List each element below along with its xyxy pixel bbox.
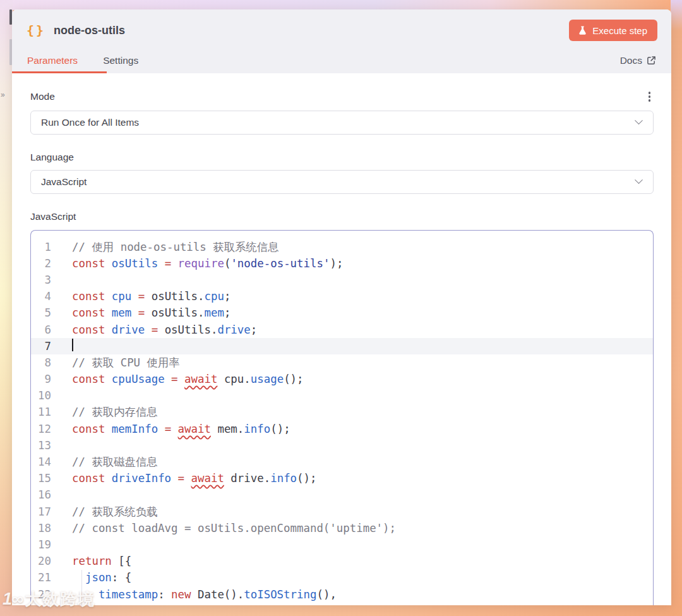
line-number: 4 (31, 290, 60, 303)
line-number: 6 (31, 323, 60, 336)
mode-value: Run Once for All Items (41, 117, 139, 128)
code-line-text: // 获取 CPU 使用率 (60, 355, 180, 370)
line-number: 19 (31, 538, 60, 551)
line-number: 3 (31, 274, 60, 286)
code-line-text (60, 339, 73, 353)
line-number: 18 (31, 522, 60, 534)
code-line-text: return [{ (60, 555, 131, 567)
code-editor-lines: 1// 使用 node-os-utils 获取系统信息2const osUtil… (31, 239, 653, 606)
line-number: 14 (31, 456, 60, 468)
code-line[interactable]: 10 (31, 387, 653, 404)
external-link-icon (647, 56, 656, 65)
line-number: 8 (31, 356, 60, 369)
language-value: JavaScript (41, 176, 87, 188)
code-line[interactable]: 14// 获取磁盘信息 (31, 454, 653, 470)
line-number: 12 (31, 423, 60, 435)
node-title: node-os-utils (54, 24, 125, 37)
code-editor[interactable]: 1// 使用 node-os-utils 获取系统信息2const osUtil… (30, 230, 654, 606)
code-line[interactable]: 3 (31, 272, 653, 288)
code-line[interactable]: 4const cpu = osUtils.cpu; (31, 288, 653, 305)
background-gradient-top (0, 0, 682, 10)
code-line[interactable]: 19 (31, 536, 653, 553)
docs-label: Docs (620, 55, 642, 66)
code-line-text: // 获取内存信息 (60, 404, 158, 420)
line-number: 20 (31, 555, 60, 567)
code-line-text: // 使用 node-os-utils 获取系统信息 (60, 239, 279, 255)
chevron-down-icon (635, 176, 643, 184)
line-number: 22 (31, 588, 60, 601)
line-number: 2 (31, 257, 60, 270)
code-field-label: JavaScript (30, 211, 76, 222)
tab-settings[interactable]: Settings (103, 55, 138, 66)
code-line[interactable]: 16 (31, 486, 653, 503)
line-number: 1 (31, 241, 60, 253)
line-number: 10 (31, 389, 60, 402)
language-select[interactable]: JavaScript (30, 170, 654, 194)
execute-step-button[interactable]: Execute step (569, 20, 657, 41)
code-line[interactable]: 22 timestamp: new Date().toISOString(), (31, 586, 653, 602)
code-line[interactable]: 13 (31, 437, 653, 454)
code-line[interactable]: 2const osUtils = require('node-os-utils'… (31, 255, 653, 272)
title-row: {} node-os-utils Execute step (12, 9, 671, 41)
flask-icon (578, 25, 587, 35)
line-number: 16 (31, 488, 60, 501)
line-number: 15 (31, 472, 60, 485)
code-line[interactable]: 11// 获取内存信息 (31, 404, 653, 420)
language-label: Language (30, 152, 74, 163)
code-line[interactable]: 20return [{ (31, 553, 653, 569)
background-gradient-right (671, 0, 682, 616)
line-number: 5 (31, 306, 60, 319)
mode-label: Mode (30, 91, 55, 102)
collapse-panel-chevron-icon[interactable]: » (1, 90, 5, 99)
docs-link[interactable]: Docs (620, 55, 656, 66)
code-line-text: timestamp: new Date().toISOString(), (60, 588, 337, 601)
code-line-text: const cpuUsage = await cpu.usage(); (60, 373, 304, 385)
line-number: 9 (31, 373, 60, 385)
code-line-text: // const loadAvg = osUtils.openCommand('… (60, 522, 396, 534)
code-line-text: const drive = osUtils.drive; (60, 323, 257, 336)
line-number: 23 (31, 605, 60, 605)
code-line[interactable]: 12const memInfo = await mem.info(); (31, 421, 653, 437)
code-line-text: // 获取系统负载 (60, 504, 158, 519)
execute-step-label: Execute step (592, 25, 647, 36)
code-line[interactable]: 15const driveInfo = await drive.info(); (31, 470, 653, 486)
code-line-text: const osUtils = require('node-os-utils')… (60, 257, 343, 270)
code-line[interactable]: 1// 使用 node-os-utils 获取系统信息 (31, 239, 653, 255)
code-line-text: const driveInfo = await drive.info(); (60, 472, 317, 485)
line-number: 21 (31, 571, 60, 584)
code-line[interactable]: 17// 获取系统负载 (31, 504, 653, 520)
code-line[interactable]: 6const drive = osUtils.drive; (31, 321, 653, 337)
text-cursor (72, 339, 73, 351)
line-number: 7 (31, 340, 60, 353)
tab-parameters[interactable]: Parameters (27, 55, 78, 66)
code-line[interactable]: 9const cpuUsage = await cpu.usage(); (31, 371, 653, 387)
code-node-icon: {} (27, 23, 45, 38)
background-gradient-bottom (0, 605, 682, 616)
code-line[interactable]: 21 json: { (31, 569, 653, 586)
parameters-panel: Mode Run Once for All Items Language Jav… (12, 73, 671, 605)
code-line-text: cpu: { (60, 605, 138, 605)
line-number: 17 (31, 505, 60, 518)
chevron-down-icon (635, 116, 643, 124)
code-line[interactable]: 23 cpu: { (31, 603, 653, 605)
line-number: 13 (31, 439, 60, 452)
code-line-text: const memInfo = await mem.info(); (60, 423, 290, 435)
code-line-text: json: { (60, 571, 131, 584)
active-tab-indicator (12, 71, 107, 73)
tab-bar: Parameters Settings Docs (12, 41, 671, 73)
panel-header: {} node-os-utils Execute step Parameters… (12, 9, 671, 73)
code-line[interactable]: 5const mem = osUtils.mem; (31, 305, 653, 321)
code-line-text: // 获取磁盘信息 (60, 454, 158, 469)
code-line[interactable]: 18// const loadAvg = osUtils.openCommand… (31, 520, 653, 536)
code-line-text: const mem = osUtils.mem; (60, 306, 230, 319)
kebab-menu-icon[interactable] (645, 90, 654, 104)
code-line-text: const cpu = osUtils.cpu; (60, 290, 230, 303)
mode-select[interactable]: Run Once for All Items (30, 111, 654, 135)
code-line[interactable]: 7 (31, 338, 653, 354)
line-number: 11 (31, 406, 60, 418)
code-line[interactable]: 8// 获取 CPU 使用率 (31, 354, 653, 371)
node-detail-panel: {} node-os-utils Execute step Parameters… (12, 9, 671, 605)
